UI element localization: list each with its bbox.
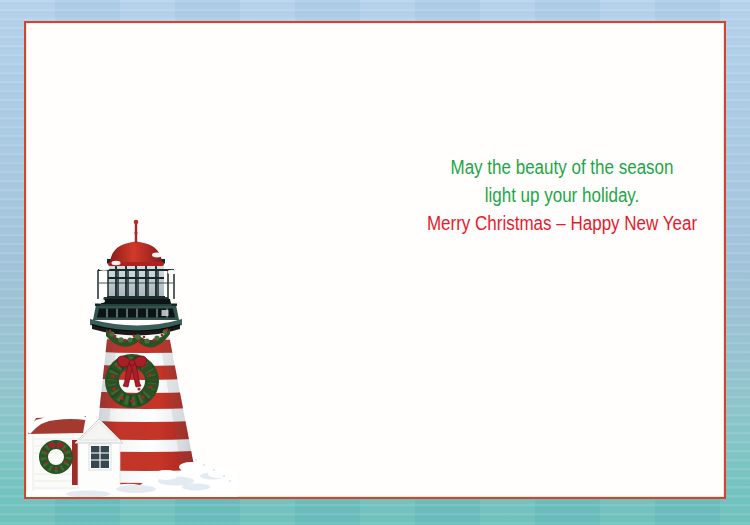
lighthouse-illustration (26, 213, 238, 497)
holiday-message: May the beauty of the season light up yo… (387, 153, 737, 237)
message-line-1: May the beauty of the season (387, 153, 737, 181)
house-window (89, 444, 111, 470)
gallery-plaque (162, 310, 169, 316)
card-interior: May the beauty of the season light up yo… (24, 21, 726, 499)
lighthouse-svg (26, 213, 238, 497)
message-line-2: light up your holiday. (387, 181, 737, 209)
message-line-3: Merry Christmas – Happy New Year (387, 209, 737, 237)
greeting-card-inside: May the beauty of the season light up yo… (0, 0, 750, 525)
lantern-mullions (108, 262, 164, 298)
lighthouse-lantern (95, 220, 177, 304)
lantern-dome (110, 242, 162, 264)
house-door (72, 440, 78, 485)
